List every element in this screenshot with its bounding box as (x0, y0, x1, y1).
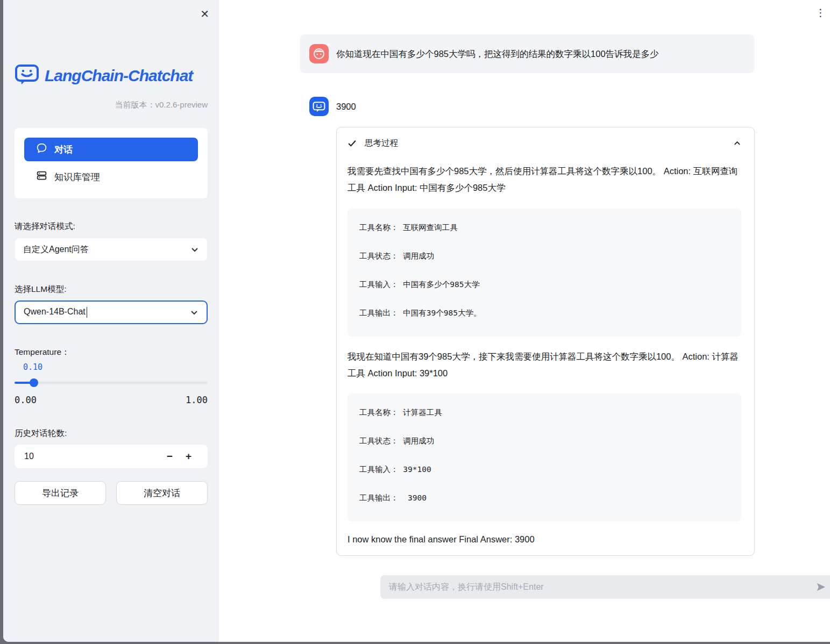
chat-column: 你知道现在中国有多少个985大学吗，把这得到的结果的数字乘以100告诉我是多少 … (300, 0, 755, 642)
thought-expander: 思考过程 我需要先查找中国有多少个985大学，然后使用计算器工具将这个数字乘以1… (336, 127, 755, 556)
sidebar-item-label: 对话 (54, 144, 73, 156)
temperature-slider[interactable] (15, 378, 208, 387)
export-button[interactable]: 导出记录 (15, 481, 106, 505)
logo-title: LangChain-Chatchat (45, 67, 193, 85)
assistant-answer-text: 3900 (336, 99, 356, 113)
tool-call-block-2: 工具名称： 计算器工具 工具状态： 调用成功 工具输入： 39*100 工具输出… (347, 393, 741, 521)
tool-line: 工具输出： 中国有39个985大学。 (359, 308, 729, 337)
dialog-mode-value: 自定义Agent问答 (23, 244, 89, 255)
send-icon[interactable] (815, 581, 827, 593)
tool-line: 工具名称： 互联网查询工具 (359, 223, 729, 251)
version-line: 当前版本：v0.2.6-preview (15, 100, 208, 110)
tool-line: 工具名称： 计算器工具 (359, 407, 729, 436)
temperature-value: 0.10 (23, 362, 208, 372)
tool-line: 工具输入： 39*100 (359, 464, 729, 493)
slider-min: 0.00 (15, 395, 37, 405)
temperature-label: Temperature： (15, 347, 208, 358)
final-answer-text: I now know the final answer Final Answer… (347, 534, 741, 545)
chevron-down-icon (190, 245, 199, 254)
plus-button[interactable]: + (179, 450, 198, 462)
history-number-input[interactable]: 10 − + (15, 445, 208, 468)
llm-model-select[interactable]: Qwen-14B-Chat (15, 300, 208, 324)
version-label: 当前版本： (115, 100, 155, 109)
expander-header[interactable]: 思考过程 (347, 135, 741, 151)
history-label: 历史对话轮数: (15, 428, 208, 439)
minus-button[interactable]: − (160, 450, 179, 462)
expander-title: 思考过程 (365, 138, 725, 149)
check-icon (347, 139, 357, 148)
clear-button[interactable]: 清空对话 (116, 481, 208, 505)
sidebar: ✕ LangChain-Chatchat 当前版本：v0.2.6-preview (3, 0, 219, 642)
tool-line: 工具输出： 3900 (359, 493, 729, 521)
close-sidebar-button[interactable]: ✕ (200, 9, 209, 19)
main-area: ⋮ 你知道现在中国有多少个985大学吗，把这得到的结果的数字乘以100告诉我是多… (219, 0, 830, 642)
slider-max: 1.00 (186, 395, 208, 405)
chat-input-placeholder: 请输入对话内容，换行请使用Shift+Enter (389, 582, 815, 593)
thought-paragraph-1: 我需要先查找中国有多少个985大学，然后使用计算器工具将这个数字乘以100。 A… (347, 163, 741, 197)
version-value: v0.2.6-preview (155, 100, 208, 109)
tool-line: 工具状态： 调用成功 (359, 251, 729, 280)
database-icon (36, 170, 47, 184)
chat-input[interactable]: 请输入对话内容，换行请使用Shift+Enter (380, 575, 830, 599)
llm-model-label: 选择LLM模型: (15, 284, 208, 295)
chevron-down-icon (190, 308, 198, 317)
nav-card: 对话 知识库管理 (15, 128, 208, 198)
assistant-message: 3900 (300, 97, 755, 116)
sidebar-item-label: 知识库管理 (54, 171, 100, 183)
tool-call-block-1: 工具名称： 互联网查询工具 工具状态： 调用成功 工具输入： 中国有多少个985… (347, 209, 741, 337)
kebab-menu-icon[interactable]: ⋮ (815, 8, 826, 18)
slider-track[interactable] (15, 382, 208, 384)
history-value[interactable]: 10 (24, 452, 160, 461)
slider-thumb[interactable] (30, 378, 38, 387)
chevron-up-icon (733, 139, 741, 147)
app-logo: LangChain-Chatchat (15, 63, 208, 88)
slider-range: 0.00 1.00 (15, 395, 208, 405)
tool-line: 工具输入： 中国有多少个985大学 (359, 280, 729, 308)
app-window: ✕ LangChain-Chatchat 当前版本：v0.2.6-preview (3, 0, 830, 642)
sidebar-actions: 导出记录 清空对话 (15, 481, 208, 505)
chatchat-logo-icon (15, 63, 39, 88)
tool-line: 工具状态： 调用成功 (359, 436, 729, 464)
user-message-text: 你知道现在中国有多少个985大学吗，把这得到的结果的数字乘以100告诉我是多少 (336, 47, 659, 61)
thought-paragraph-2: 我现在知道中国有39个985大学，接下来我需要使用计算器工具将这个数字乘以100… (347, 348, 741, 382)
assistant-avatar (309, 97, 329, 116)
user-message: 你知道现在中国有多少个985大学吗，把这得到的结果的数字乘以100告诉我是多少 (300, 34, 755, 73)
dialog-mode-label: 请选择对话模式: (15, 221, 208, 232)
user-avatar (309, 44, 329, 63)
text-cursor (87, 307, 88, 318)
sidebar-item-dialog[interactable]: 对话 (24, 138, 198, 161)
dialog-mode-select[interactable]: 自定义Agent问答 (15, 238, 208, 261)
sidebar-item-knowledge[interactable]: 知识库管理 (24, 165, 198, 189)
llm-model-value: Qwen-14B-Chat (24, 307, 87, 318)
chat-bubble-icon (36, 142, 47, 156)
